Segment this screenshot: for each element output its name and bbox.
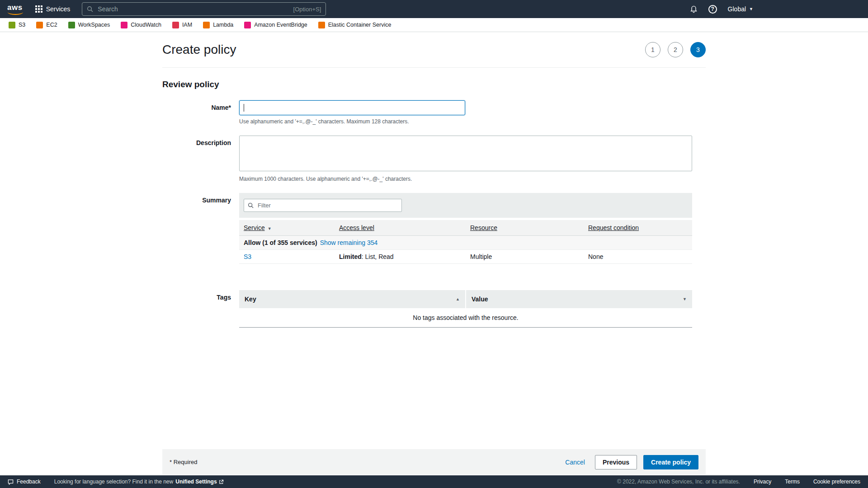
panel-spacer: [239, 264, 692, 277]
top-navigation: aws Services [Option+S]: [0, 0, 868, 18]
access-level-detail: : List, Read: [362, 253, 394, 260]
main-content: Create policy 1 2 3 Review policy Name* …: [162, 32, 706, 475]
region-selector[interactable]: Global ▼: [728, 5, 753, 13]
region-label: Global: [728, 5, 746, 13]
unified-settings-link[interactable]: Unified Settings: [175, 479, 223, 485]
favorite-item-s3[interactable]: S3: [9, 22, 25, 28]
favorites-bar: S3 EC2 WorkSpaces CloudWatch IAM Lambda …: [0, 18, 868, 32]
tags-empty-message: No tags associated with the resource.: [239, 308, 692, 328]
summary-label: Summary: [162, 193, 239, 277]
section-heading: Review policy: [162, 80, 706, 89]
tags-key-header[interactable]: Key ▲: [239, 290, 466, 308]
name-label: Name*: [162, 100, 239, 125]
services-label: Services: [46, 5, 71, 13]
terms-link[interactable]: Terms: [785, 479, 800, 485]
allow-group-row: Allow (1 of 355 services)Show remaining …: [239, 236, 692, 250]
allow-count-text: Allow (1 of 355 services): [244, 239, 317, 246]
chevron-down-icon: ▼: [749, 7, 753, 11]
show-remaining-link[interactable]: Show remaining 354: [320, 239, 378, 246]
search-icon: [87, 6, 93, 12]
ecs-icon: [318, 22, 325, 28]
notifications-bell-icon[interactable]: [690, 5, 698, 13]
tags-table: Key ▲ Value ▼ No: [239, 290, 692, 328]
nav-search-input[interactable]: [97, 5, 289, 13]
required-note: * Required: [170, 459, 197, 465]
copyright-text: © 2022, Amazon Web Services, Inc. or its…: [617, 479, 740, 485]
s3-icon: [9, 22, 15, 28]
title-divider: [162, 67, 706, 68]
favorite-item-iam[interactable]: IAM: [172, 22, 192, 28]
favorite-item-workspaces[interactable]: WorkSpaces: [68, 22, 110, 28]
privacy-link[interactable]: Privacy: [754, 479, 771, 485]
policy-description-textarea[interactable]: [239, 136, 692, 171]
summary-table: Service▼ Access level Resource Request c…: [239, 220, 692, 264]
previous-button[interactable]: Previous: [595, 455, 637, 469]
grid-icon: [35, 5, 42, 13]
bottom-bar: Feedback Looking for language selection?…: [0, 475, 868, 488]
services-menu[interactable]: Services: [34, 4, 71, 14]
summary-filter-input[interactable]: [257, 202, 398, 209]
description-help-text: Maximum 1000 characters. Use alphanumeri…: [239, 176, 692, 182]
summary-filter[interactable]: [244, 199, 402, 212]
nav-search[interactable]: [Option+S]: [82, 2, 326, 16]
resource-cell: Multiple: [466, 250, 584, 264]
summary-panel: Service▼ Access level Resource Request c…: [239, 193, 692, 277]
step-1[interactable]: 1: [645, 42, 660, 57]
favorite-item-cloudwatch[interactable]: CloudWatch: [121, 22, 161, 28]
workspaces-icon: [68, 22, 75, 28]
request-condition-cell: None: [584, 250, 692, 264]
feedback-bubble-icon: [8, 479, 14, 485]
form-footer: * Required Cancel Previous Create policy: [162, 449, 706, 475]
column-header-resource[interactable]: Resource: [466, 220, 584, 236]
favorite-item-ecs[interactable]: Elastic Container Service: [318, 22, 392, 28]
column-header-service[interactable]: Service▼: [239, 220, 335, 236]
filter-dropdown-icon: ▼: [683, 297, 687, 301]
table-row: S3 Limited: List, Read Multiple None: [239, 250, 692, 264]
tags-empty-row: No tags associated with the resource.: [239, 308, 692, 328]
favorite-item-lambda[interactable]: Lambda: [203, 22, 233, 28]
access-level-bold: Limited: [339, 253, 362, 260]
column-header-request-condition[interactable]: Request condition: [584, 220, 692, 236]
column-header-access-level[interactable]: Access level: [335, 220, 466, 236]
step-2[interactable]: 2: [668, 42, 683, 57]
name-help-text: Use alphanumeric and '+=,.@-_' character…: [239, 118, 692, 125]
language-selection-note: Looking for language selection? Find it …: [54, 479, 224, 485]
description-label: Description: [162, 136, 239, 182]
filter-search-icon: [248, 202, 254, 208]
favorite-item-eventbridge[interactable]: Amazon EventBridge: [244, 22, 307, 28]
eventbridge-icon: [244, 22, 251, 28]
help-icon[interactable]: ?: [708, 5, 717, 14]
iam-icon: [172, 22, 179, 28]
ec2-icon: [36, 22, 43, 28]
tags-value-header[interactable]: Value ▼: [466, 290, 692, 308]
cookie-preferences-link[interactable]: Cookie preferences: [813, 479, 860, 485]
step-indicator: 1 2 3: [645, 42, 706, 57]
tags-label: Tags: [162, 290, 239, 328]
sort-asc-icon: ▲: [456, 297, 460, 301]
step-3-current[interactable]: 3: [690, 42, 706, 57]
page-title: Create policy: [162, 42, 236, 57]
feedback-button[interactable]: Feedback: [8, 479, 41, 485]
cancel-button[interactable]: Cancel: [565, 459, 585, 466]
aws-smile-icon: [8, 12, 23, 15]
aws-logo-text: aws: [7, 3, 23, 12]
lambda-icon: [203, 22, 210, 28]
cloudwatch-icon: [121, 22, 127, 28]
create-policy-button[interactable]: Create policy: [643, 455, 698, 469]
text-caret: [244, 104, 244, 112]
summary-filter-band: [239, 193, 692, 218]
service-s3-link[interactable]: S3: [244, 253, 251, 260]
policy-name-input[interactable]: [239, 100, 465, 115]
sort-caret-icon: ▼: [268, 226, 272, 231]
external-link-icon: [219, 479, 224, 484]
search-shortcut: [Option+S]: [293, 6, 321, 13]
aws-logo[interactable]: aws: [6, 3, 26, 15]
favorite-item-ec2[interactable]: EC2: [36, 22, 57, 28]
